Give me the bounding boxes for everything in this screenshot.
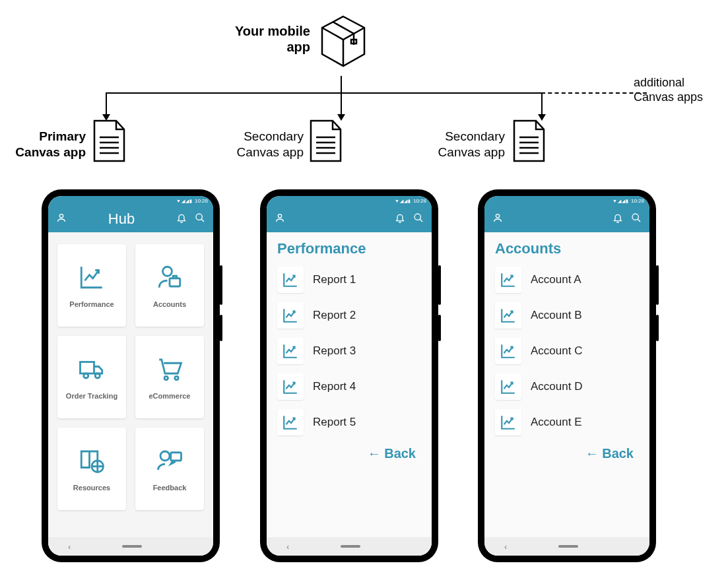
nav-back-icon[interactable]: ‹ — [68, 542, 71, 552]
secondary-canvas-label-1: Secondary Canvas app — [224, 129, 304, 160]
list-item[interactable]: Report 4 — [277, 373, 421, 400]
svg-line-28 — [420, 219, 422, 222]
connector-dashed — [541, 92, 647, 94]
hub-tile-accounts[interactable]: Accounts — [135, 244, 204, 327]
chart-icon — [277, 373, 304, 400]
app-header — [484, 206, 649, 232]
chart-icon — [495, 338, 521, 364]
status-time: 10:28 — [631, 198, 644, 204]
svg-point-21 — [164, 376, 168, 379]
svg-line-15 — [201, 219, 204, 222]
android-nav-bar: ‹ — [484, 537, 649, 556]
svg-point-14 — [196, 214, 202, 220]
profile-icon[interactable] — [56, 212, 67, 226]
resources-icon — [78, 447, 106, 477]
list-item[interactable]: Account E — [495, 409, 639, 436]
nav-home-icon[interactable] — [341, 545, 360, 548]
chart-icon — [495, 373, 521, 400]
connector-horizontal — [106, 92, 541, 94]
list-item-label: Account C — [531, 344, 582, 358]
hub-tile-label: Feedback — [153, 484, 187, 492]
arrow-to-secondary1 — [341, 92, 342, 115]
status-bar: 10:28 — [484, 196, 649, 206]
bell-icon[interactable] — [612, 212, 623, 226]
list-item[interactable]: Report 1 — [277, 267, 421, 293]
list-item-label: Report 4 — [313, 380, 356, 393]
phone-power-button — [656, 315, 659, 341]
status-signal-icons — [395, 198, 411, 204]
hub-grid: Performance Accounts Order Tracking — [57, 244, 204, 510]
bell-icon[interactable] — [176, 212, 187, 226]
svg-line-31 — [638, 219, 640, 222]
bell-icon[interactable] — [395, 212, 405, 226]
accounts-icon — [156, 263, 183, 294]
hub-tile-resources[interactable]: Resources — [57, 428, 126, 510]
phone-hub: 10:28 Hub — [42, 189, 220, 562]
list-item-label: Account E — [531, 416, 582, 429]
back-link[interactable]: ← Back — [277, 446, 416, 461]
app-title: Hub — [67, 210, 176, 228]
chart-icon — [277, 409, 304, 436]
svg-point-30 — [632, 214, 638, 220]
svg-rect-18 — [81, 362, 94, 373]
hub-tile-order-tracking[interactable]: Order Tracking — [57, 336, 126, 418]
status-bar: 10:28 — [48, 196, 213, 206]
list-item-label: Report 3 — [313, 344, 356, 358]
package-icon — [317, 13, 370, 75]
list-item-label: Report 1 — [313, 273, 356, 286]
list-item[interactable]: Account A — [495, 267, 639, 293]
list-item[interactable]: Account C — [495, 338, 639, 364]
status-signal-icons — [176, 198, 193, 204]
list-item[interactable]: Report 3 — [277, 338, 421, 364]
list-item[interactable]: Account B — [495, 302, 639, 329]
svg-point-16 — [163, 267, 172, 276]
svg-point-20 — [95, 373, 100, 378]
list-item[interactable]: Account D — [495, 373, 639, 400]
search-icon[interactable] — [195, 212, 205, 226]
secondary-canvas-label-2: Secondary Canvas app — [426, 129, 505, 160]
hub-tile-label: Resources — [73, 484, 110, 492]
profile-icon[interactable] — [492, 212, 503, 226]
list-item-label: Account A — [531, 273, 581, 286]
document-icon — [511, 119, 547, 166]
back-link[interactable]: ← Back — [495, 446, 634, 461]
phone-volume-button — [438, 265, 441, 305]
android-nav-bar: ‹ — [48, 537, 213, 556]
hub-tile-label: Accounts — [153, 300, 186, 308]
connector-vertical — [341, 76, 342, 92]
profile-icon[interactable] — [275, 212, 285, 226]
list-item[interactable]: Report 5 — [277, 409, 421, 436]
svg-point-27 — [414, 214, 420, 220]
status-bar: 10:28 — [267, 196, 432, 206]
hub-tile-ecommerce[interactable]: eCommerce — [135, 336, 204, 418]
list-item[interactable]: Report 2 — [277, 302, 421, 329]
svg-point-26 — [278, 214, 281, 218]
chart-icon — [495, 409, 521, 436]
page-title: Performance — [277, 240, 421, 257]
mobile-app-label: Your mobile app — [218, 23, 310, 55]
nav-home-icon[interactable] — [122, 545, 142, 548]
hub-tile-label: Performance — [69, 300, 114, 308]
chart-icon — [277, 338, 304, 364]
hub-tile-feedback[interactable]: Feedback — [135, 428, 204, 510]
phone-volume-button — [220, 265, 222, 305]
feedback-icon — [156, 447, 183, 477]
svg-point-13 — [59, 214, 63, 218]
search-icon[interactable] — [413, 212, 424, 226]
nav-back-icon[interactable]: ‹ — [286, 542, 289, 552]
chart-icon — [78, 263, 106, 294]
arrow-to-secondary2 — [541, 92, 543, 115]
nav-home-icon[interactable] — [558, 545, 578, 548]
status-time: 10:28 — [195, 198, 208, 204]
primary-canvas-label: Primary Canvas app — [7, 129, 86, 160]
page-title: Accounts — [495, 240, 639, 257]
phone-volume-button — [656, 265, 659, 305]
nav-back-icon[interactable]: ‹ — [504, 542, 507, 552]
list-item-label: Report 2 — [313, 309, 356, 322]
phone-power-button — [220, 315, 222, 341]
chart-icon — [277, 267, 304, 293]
hub-tile-performance[interactable]: Performance — [57, 244, 126, 327]
svg-point-19 — [84, 373, 88, 378]
list-item-label: Account D — [531, 380, 582, 393]
search-icon[interactable] — [631, 212, 642, 226]
